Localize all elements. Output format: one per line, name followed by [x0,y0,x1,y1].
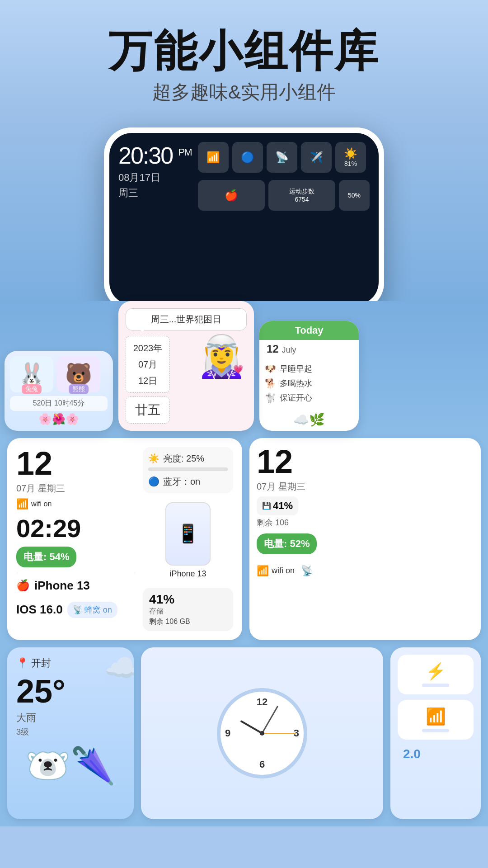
info-day-label-2: 07月 星期三 [257,481,474,493]
bottom-section: 📍 开封 ☁️ 25° 大雨 3级 🐻‍❄️🌂 12 3 6 9 ⚡ � [0,640,488,826]
clock-hour-hand [240,720,263,734]
storage-percent-2: 41% [273,500,293,512]
info-day-label: 07月 星期三 [16,482,136,495]
clock-center [260,731,264,736]
cellular-badge: 📡 蜂窝 on [67,602,117,618]
clock-face: 12 3 6 9 [217,688,307,778]
storage-icon-2: 💾 [262,501,271,510]
widget-info-big: 12 07月 星期三 📶 wifi on 02:29 电量: 54% 🍎 iPh… [7,438,242,640]
phone-mockup: 20:30 PM 08月17日 周三 📶 🔵 [104,127,384,310]
header-section: 万能小组件库 超多趣味&实用小组件 [0,0,488,118]
phone-img-label: iPhone 13 [169,569,206,579]
today-date: 12 July [259,340,359,358]
apple-icon: 🍎 [16,579,30,592]
wifi-label-2: wifi on [272,566,295,576]
wifi-label: wifi on [31,500,52,508]
anime-lunar: 廿五 [126,396,170,424]
wifi-toggle[interactable]: 📶 [398,700,474,740]
today-item-2: 🐕 多喝热水 [265,376,353,391]
bluetooth-toggle-icon: ⚡ [426,662,446,681]
airplane-control[interactable]: ✈️ [301,142,332,173]
phone-time: 20:30 PM [118,142,192,169]
phone-controls: 📶 🔵 📡 ✈️ ☀️ 81% [198,142,370,211]
bear-tag: 熊熊 [69,384,89,394]
clock-second-hand [262,733,296,734]
clock-minute-hand [262,705,279,733]
steps-control[interactable]: 运动步数 6754 [268,180,335,211]
rabbit-tag: 兔兔 [22,384,42,394]
clock-9: 9 [225,727,230,739]
volume-control[interactable]: 50% [339,180,370,211]
widget-info-right: 12 07月 星期三 💾 41% 剩余 106 电量: 52% 📶 wifi o… [249,438,481,640]
info-day-num: 12 [16,447,52,480]
weather-art: 🐻‍❄️🌂 [16,745,125,787]
storage-remain-2: 剩余 106 [257,517,474,528]
widget-weather: 📍 开封 ☁️ 25° 大雨 3级 🐻‍❄️🌂 [7,647,134,819]
widget-anime: 周三...世界犯困日 2023年 07月 12日 廿五 🧝‍♀️ 💗 [118,301,254,431]
today-item-1: 🐶 早睡早起 [265,362,353,376]
toggle-value: 2.0 [398,745,474,763]
phone-screen: 20:30 PM 08月17日 周三 📶 🔵 [109,133,379,305]
storage-badge: 41% 存储 剩余 106 GB [143,588,233,631]
wifi-toggle-icon: 📶 [426,707,446,726]
widget-clock: 12 3 6 9 [141,647,383,819]
weather-desc: 大雨 [16,711,125,725]
weather-clouds-art: ☁️ [104,652,134,684]
anime-date-display: 2023年 07月 12日 [126,336,170,393]
weather-wind: 3级 [16,726,125,737]
bluetooth-toggle[interactable]: ⚡ [398,655,474,694]
clock-6: 6 [259,759,265,770]
apple-music-control[interactable]: 🍎 [198,180,265,211]
wifi-icon-2: 📶 [257,565,269,577]
weather-location: 📍 开封 ☁️ [16,656,125,670]
battery-badge-2: 电量: 52% [257,533,317,554]
info-section: 12 07月 星期三 📶 wifi on 02:29 电量: 54% 🍎 iPh… [0,431,488,640]
info-time: 02:29 [16,514,136,543]
phone-day: 周三 [118,186,192,200]
phone-image-widget: 📱 iPhone 13 [143,497,233,584]
ios-version: IOS 16.0 [16,603,63,617]
bear-avatar: 🐻 熊熊 [57,356,100,392]
info-day-num-2: 12 [257,445,293,478]
widget-couple: 🐰 兔兔 🐻 熊熊 520日 10时45分 🌸🌺🌸 [5,351,113,431]
phone-display-art: 📱 [177,523,199,544]
rabbit-avatar: 🐰 兔兔 [10,356,53,392]
anime-heart: 💗 [233,364,243,374]
app-subtitle: 超多趣味&实用小组件 [18,80,470,105]
widget-toggles: ⚡ 📶 2.0 [390,647,481,819]
cellular-control[interactable]: 📡 [267,142,297,173]
phone-model: iPhone 13 [34,579,90,593]
today-header: Today [259,321,359,340]
today-items: 🐶 早睡早起 🐕 多喝热水 🐩 保证开心 [259,358,359,409]
today-footer: ☁️🌿 [259,409,359,431]
brightness-item: ☀️ 亮度: 25% [148,453,228,465]
bluetooth-control[interactable]: 🔵 [232,142,263,173]
cellular-icon-2: 📡 [301,565,313,577]
phone-mockup-section: 20:30 PM 08月17日 周三 📶 🔵 [0,118,488,310]
clock-12: 12 [257,696,267,708]
phone-date: 08月17日 [118,171,192,184]
app-title: 万能小组件库 [18,27,470,75]
widget-today: Today 12 July 🐶 早睡早起 🐕 多喝热水 🐩 保证开心 ☁️🌿 [259,321,359,431]
anime-speech-bubble: 周三...世界犯困日 [126,308,247,330]
today-item-3: 🐩 保证开心 [265,391,353,405]
battery-badge: 电量: 54% [16,547,76,567]
wifi-icon-info: 📶 [16,498,28,510]
bluetooth-item: 🔵 蓝牙：on [148,476,228,488]
wifi-control[interactable]: 📶 [198,142,229,173]
couple-timer: 520日 10时45分 [10,396,108,411]
brightness-control[interactable]: ☀️ 81% [335,142,366,173]
couple-flowers: 🌸🌺🌸 [10,413,108,425]
widgets-row-1: 🐰 兔兔 🐻 熊熊 520日 10时45分 🌸🌺🌸 周三...世界犯困日 202… [0,301,488,431]
